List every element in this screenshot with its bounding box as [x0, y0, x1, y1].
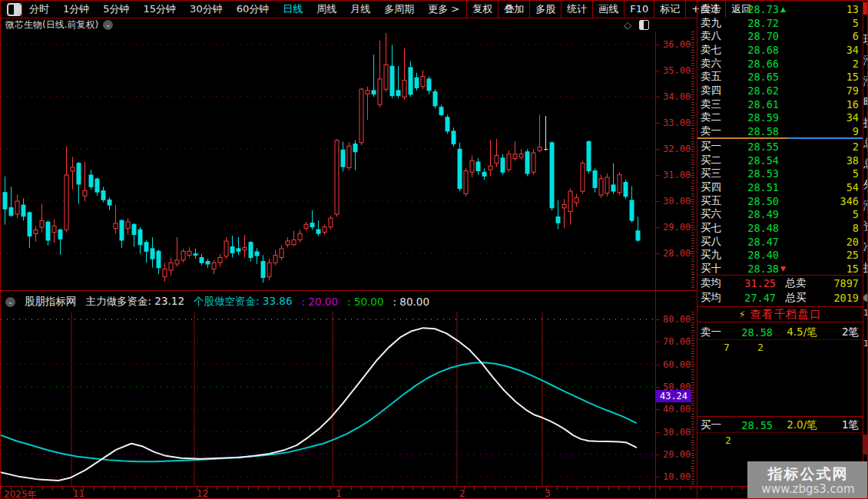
level-price: 28.51: [734, 181, 779, 193]
level-price: 28.59: [734, 111, 779, 124]
buy-level-row[interactable]: 买六28.495: [697, 207, 863, 221]
level-volume: 6: [790, 30, 859, 42]
order-book: 卖十28.73▲13卖九28.725卖八28.706卖七28.6834卖六28.…: [697, 1, 863, 486]
buy-level-row[interactable]: 买二28.5438: [697, 154, 863, 167]
level-label: 买三: [701, 167, 734, 180]
price-axis-label: 35.00: [663, 65, 691, 76]
clipped-text: 换: [863, 261, 868, 275]
level-label: 卖五: [701, 70, 734, 84]
period-tab[interactable]: 60分钟: [230, 1, 277, 18]
period-tab[interactable]: 1分钟: [56, 1, 96, 18]
axis-tick: [656, 365, 660, 365]
clipped-text: 总: [863, 137, 868, 150]
buy-level-row[interactable]: 买一28.552: [697, 140, 863, 154]
divider: [655, 31, 656, 498]
level-price: 28.73: [734, 3, 779, 15]
sell-avg-label: 卖均: [701, 276, 733, 290]
level-price: 28.49: [734, 208, 779, 220]
axis-tick: [656, 71, 660, 71]
clipped-block: [863, 435, 868, 454]
sell1-deal-row[interactable]: 卖一 28.58 4.5/笔 2笔: [697, 326, 863, 339]
period-tab[interactable]: 更多 >: [421, 1, 466, 18]
axis-tick: [656, 477, 660, 478]
buy-level-row[interactable]: 买九28.4025: [697, 249, 863, 263]
buy1-per-order: 2.0/笔: [773, 418, 831, 432]
indicator-chart[interactable]: [1, 312, 655, 486]
buy-level-row[interactable]: 买八28.4720: [697, 235, 863, 249]
level-price: 28.61: [734, 98, 779, 111]
chevron-down-icon[interactable]: ⌄: [103, 20, 113, 30]
sell-level-row[interactable]: 卖三28.6116: [697, 97, 863, 111]
level-volume: 79: [790, 84, 859, 97]
indicator-param: : 50.00: [347, 296, 384, 308]
buy-level-row[interactable]: 买七28.488: [697, 221, 863, 235]
level-volume: 5: [790, 17, 859, 29]
buy-total-value: 2019: [816, 292, 859, 304]
sell-total-label: 总卖: [776, 276, 816, 290]
level-volume: 54: [790, 181, 859, 193]
level-price: 28.62: [734, 84, 779, 97]
buy1-deal-row[interactable]: 买一 28.55 2.0/笔 1笔: [697, 418, 863, 432]
period-tab[interactable]: 周线: [310, 1, 343, 18]
level-label: 买五: [701, 194, 734, 208]
window-layout-cell[interactable]: [1, 1, 22, 18]
toolbar-button[interactable]: 复权: [466, 1, 498, 18]
sell-level-row[interactable]: 卖九28.725: [697, 16, 863, 30]
sell-level-row[interactable]: 卖二28.5934: [697, 111, 863, 125]
sell-level-row[interactable]: 卖五28.6515: [697, 70, 863, 84]
level-price: 28.66: [734, 58, 779, 70]
price-axis-label: 33.00: [663, 117, 691, 128]
toolbar-button[interactable]: 标记: [654, 1, 685, 18]
candlestick-chart[interactable]: [1, 31, 655, 290]
toolbar-button[interactable]: 叠加: [498, 1, 529, 18]
axis-tick: [656, 454, 660, 455]
level-volume: 16: [790, 98, 859, 111]
toolbar-button[interactable]: 统计: [561, 1, 592, 18]
period-tab[interactable]: 日线: [276, 1, 310, 18]
buy-level-row[interactable]: 买十28.38▼15: [697, 262, 863, 276]
deal-detail-number: 2: [725, 435, 731, 446]
sell-level-row[interactable]: 卖六28.662: [697, 57, 863, 71]
avg-section: 卖均 31.25 总卖 7897 买均 27.47 总买 2019: [697, 276, 863, 305]
toolbar-button[interactable]: 多股: [529, 1, 561, 18]
view-depth-link[interactable]: ⚡ 查看千档盘口: [697, 306, 863, 322]
time-axis-label: 1: [336, 488, 342, 499]
sell-avg-row: 卖均 31.25 总卖 7897: [697, 276, 863, 291]
buy-level-row[interactable]: 买四28.5154: [697, 180, 863, 194]
sell1-price: 28.58: [733, 326, 773, 339]
buy-level-row[interactable]: 买五28.50346: [697, 194, 863, 208]
level-price: 28.47: [734, 236, 779, 248]
sell-level-row[interactable]: 卖一28.589: [697, 124, 863, 138]
period-tab[interactable]: 多周期: [377, 1, 421, 18]
level-price: 28.53: [734, 167, 779, 180]
sell-level-row[interactable]: 卖七28.6834: [697, 43, 863, 57]
buy-level-row[interactable]: 买三28.535: [697, 167, 863, 180]
level-volume: 13: [790, 3, 859, 15]
toolbar-button[interactable]: 画线: [592, 1, 624, 18]
period-tab[interactable]: 月线: [343, 1, 377, 18]
indicator-param: : 20.00: [302, 296, 339, 308]
indicator-axis-label: 70.00: [663, 336, 691, 347]
period-tab[interactable]: 5分钟: [96, 1, 136, 18]
level-label: 买四: [701, 180, 734, 194]
collapse-chevron-icon[interactable]: ⌄: [5, 297, 15, 307]
sell-level-row[interactable]: 卖四28.6279: [697, 84, 863, 97]
sell-level-row[interactable]: 卖十28.73▲13: [697, 2, 863, 16]
period-tab[interactable]: 分时: [22, 1, 56, 18]
time-axis: 日线 2025年1112123: [1, 486, 868, 499]
diamond-marker-icon[interactable]: ◇: [624, 19, 631, 31]
toolbar-button[interactable]: F10: [624, 1, 654, 18]
period-tab[interactable]: 15分钟: [137, 1, 184, 18]
level-label: 卖七: [701, 43, 734, 57]
level-price: 28.70: [734, 30, 779, 42]
clipped-icon: [863, 294, 868, 302]
level-label: 买七: [701, 221, 734, 235]
axis-tick: [656, 342, 660, 342]
buy1-count: 1笔: [831, 418, 859, 432]
indicator-param: : 80.00: [393, 296, 430, 308]
time-axis-label: 11: [73, 488, 84, 499]
sell-level-row[interactable]: 卖八28.706: [697, 29, 863, 43]
period-tab[interactable]: 30分钟: [183, 1, 230, 18]
sell-levels: 卖十28.73▲13卖九28.725卖八28.706卖七28.6834卖六28.…: [697, 2, 863, 138]
pane-toggle-icon[interactable]: [639, 20, 649, 30]
